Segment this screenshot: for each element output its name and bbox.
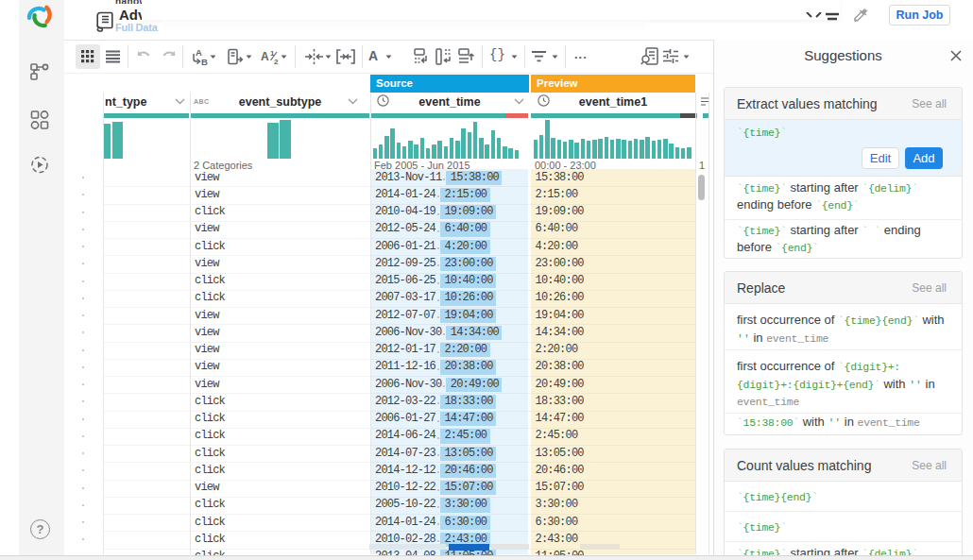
svg-text:B: B bbox=[201, 57, 208, 66]
svg-text:2: 2 bbox=[274, 58, 279, 65]
svg-text:A: A bbox=[261, 50, 269, 63]
